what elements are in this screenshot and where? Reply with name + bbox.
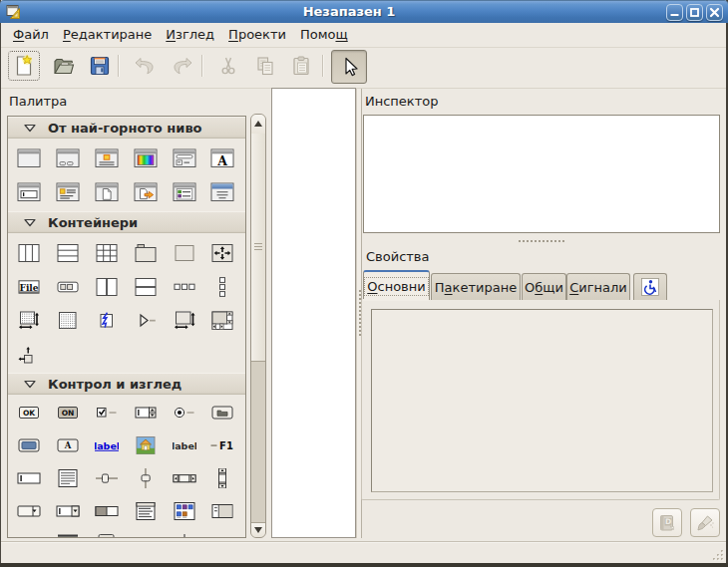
palette-item-vscrollbar[interactable]: [203, 461, 242, 494]
tab-signals[interactable]: Сигнали: [566, 273, 630, 300]
undo-button[interactable]: [130, 52, 160, 80]
palette-item-viewport-arrows[interactable]: [165, 304, 203, 338]
palette-item-clip-box[interactable]: [88, 527, 127, 538]
palette-item-alignment[interactable]: [10, 338, 49, 372]
palette-item-combo-box[interactable]: [10, 494, 49, 527]
palette-scrollbar[interactable]: [250, 114, 266, 538]
palette-item-hpaned[interactable]: [88, 270, 127, 304]
palette-item-expander[interactable]: [126, 304, 165, 338]
palette-item-layout-arrows[interactable]: [10, 304, 49, 338]
palette-item-clip-none[interactable]: [126, 527, 165, 538]
edit-custom-button[interactable]: [690, 508, 720, 537]
tab-common[interactable]: Общи: [522, 273, 566, 300]
close-button[interactable]: [706, 4, 723, 21]
palette-item-fixed[interactable]: [203, 236, 242, 270]
tab-accessibility[interactable]: [633, 273, 667, 300]
palette-item-toolbar-widget[interactable]: [49, 270, 88, 304]
menu-item-view[interactable]: Изглед: [159, 23, 221, 45]
palette-item-file-chooser-button[interactable]: [203, 396, 242, 428]
palette-item-about-dialog[interactable]: [49, 175, 88, 209]
palette-item-progress-bar[interactable]: [88, 494, 127, 527]
palette-item-entry[interactable]: [10, 461, 49, 494]
palette-item-image-widget[interactable]: [126, 428, 165, 461]
svg-text:A: A: [217, 153, 228, 168]
palette-item-clip-none[interactable]: [203, 527, 242, 538]
save-button[interactable]: [85, 52, 115, 80]
menu-item-file[interactable]: Файл: [6, 23, 56, 45]
scrollbar-up-arrow[interactable]: [251, 115, 265, 135]
palette-item-notebook[interactable]: [126, 236, 165, 270]
palette-item-label-widget[interactable]: label: [165, 428, 203, 461]
palette-item-button[interactable]: OK: [10, 396, 49, 428]
redo-button[interactable]: [168, 52, 197, 80]
spin-button-icon: [134, 403, 158, 423]
palette-item-frame[interactable]: [165, 236, 203, 270]
palette-item-clip-line[interactable]: [49, 527, 88, 538]
palette-section-header[interactable]: От най-горното ниво: [8, 117, 245, 139]
palette-item-combo-box-entry[interactable]: [49, 494, 88, 527]
tab-general[interactable]: Основни: [363, 270, 430, 300]
palette-item-table-grid[interactable]: [88, 236, 127, 270]
menu-item-help[interactable]: Помощ: [293, 23, 355, 45]
palette-item-color-button[interactable]: [10, 428, 49, 461]
titlebar[interactable]: Незапазен 1: [0, 0, 728, 23]
menu-item-projects[interactable]: Проекти: [221, 23, 293, 45]
palette-item-tree-view[interactable]: [126, 494, 165, 527]
scrollbar-down-arrow[interactable]: [251, 522, 265, 537]
properties-editor-area[interactable]: [371, 309, 713, 492]
palette-item-toggle-button[interactable]: ON: [49, 396, 88, 428]
cut-button[interactable]: [213, 52, 243, 80]
palette-item-link-button[interactable]: label: [88, 428, 127, 461]
palette-section-header[interactable]: Контейнери: [8, 211, 245, 233]
palette-item-hscrollbar[interactable]: [165, 461, 203, 494]
inspector-tree[interactable]: [363, 115, 720, 233]
palette-item-spin-button[interactable]: [126, 396, 165, 428]
open-button[interactable]: [49, 52, 79, 80]
palette-item-vscale[interactable]: [126, 461, 165, 494]
palette-item-message-dialog[interactable]: [88, 142, 127, 175]
palette-item-hbox[interactable]: [10, 236, 49, 270]
palette-item-page-export-dialog[interactable]: [126, 175, 165, 209]
palette-item-page-dialog[interactable]: [88, 175, 127, 209]
horizontal-pane-handle[interactable]: [518, 238, 566, 244]
palette-item-menubar[interactable]: File: [10, 270, 49, 304]
palette-item-input-dialog[interactable]: [10, 175, 49, 209]
palette-item-clip-tick[interactable]: [165, 527, 203, 538]
devhelp-button[interactable]: D: [652, 508, 682, 537]
palette-item-handlebox[interactable]: [88, 304, 127, 338]
palette-item-check-button[interactable]: [88, 396, 127, 428]
maximize-button[interactable]: [686, 4, 703, 21]
palette-item-layout-dots[interactable]: [49, 304, 88, 338]
palette-item-color-dialog[interactable]: [126, 142, 165, 175]
palette-item-scrolled-window[interactable]: [203, 304, 242, 338]
paste-button[interactable]: [286, 52, 316, 80]
design-canvas[interactable]: [271, 88, 356, 538]
tab-packing[interactable]: Пакетиране: [431, 273, 521, 300]
selector-button[interactable]: [331, 50, 367, 84]
palette-item-clip-none[interactable]: [10, 527, 49, 538]
palette-item-vpaned[interactable]: [126, 270, 165, 304]
resize-grip[interactable]: [709, 548, 725, 562]
minimize-button[interactable]: [666, 4, 683, 21]
palette-section-header[interactable]: Контрол и изглед: [8, 373, 245, 395]
palette-item-font-button[interactable]: A: [49, 428, 88, 461]
palette-item-icon-view[interactable]: [165, 494, 203, 527]
palette-item-file-chooser-dialog[interactable]: [165, 142, 203, 175]
menu-item-edit[interactable]: Редактиране: [56, 23, 159, 45]
palette-item-hbuttonbox[interactable]: [165, 270, 203, 304]
palette-item-vbox[interactable]: [49, 236, 88, 270]
palette-item-font-dialog[interactable]: A: [203, 142, 242, 175]
new-button[interactable]: [9, 52, 39, 80]
palette-item-side-pane[interactable]: [203, 494, 242, 527]
palette-item-vbuttonbox[interactable]: [203, 270, 242, 304]
palette-item-hscale[interactable]: [88, 461, 127, 494]
copy-button[interactable]: [250, 52, 280, 80]
palette-item-radio-button[interactable]: [165, 396, 203, 428]
palette-item-text-view[interactable]: [49, 461, 88, 494]
palette-item-accel-label[interactable]: F1: [203, 428, 242, 461]
palette-item-dialog[interactable]: [49, 142, 88, 175]
palette-item-recent-chooser-dialog[interactable]: [165, 175, 203, 209]
scrollbar-thumb[interactable]: [251, 134, 265, 362]
palette-item-assistant[interactable]: [203, 175, 242, 209]
palette-item-window[interactable]: [10, 142, 49, 175]
